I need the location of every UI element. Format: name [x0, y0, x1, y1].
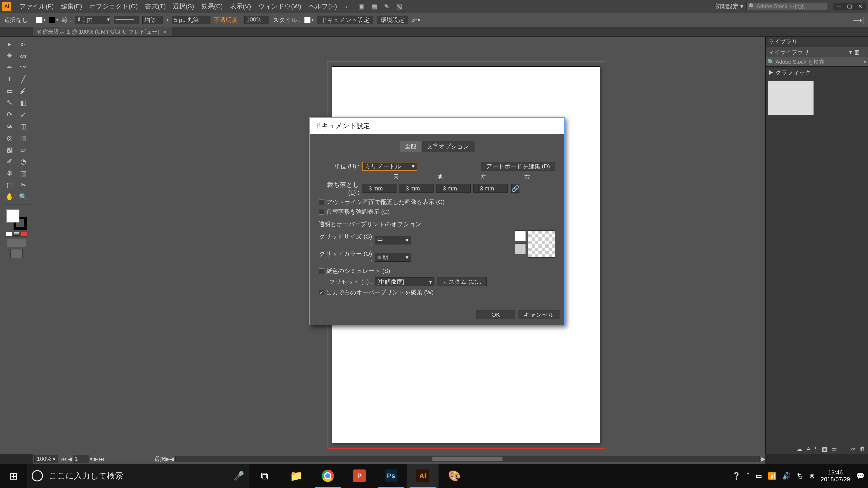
- lib-color-icon[interactable]: ▩: [822, 446, 827, 453]
- tray-volume-icon[interactable]: 🔊: [782, 472, 790, 480]
- panel-toggle-icon[interactable]: ⟶|: [852, 16, 864, 24]
- dialog-ok-button[interactable]: OK: [476, 310, 515, 319]
- close-tab-icon[interactable]: ×: [163, 29, 166, 35]
- screen-mode-button[interactable]: [10, 249, 23, 258]
- tray-notifications-icon[interactable]: 💬: [856, 472, 864, 480]
- rectangle-tool[interactable]: ▭: [3, 86, 16, 96]
- layout-icon[interactable]: ▤: [370, 3, 378, 10]
- menu-effect[interactable]: 効果(C): [198, 2, 226, 11]
- brush-select[interactable]: 5 pt. 丸筆: [172, 16, 211, 24]
- taskbar-powerpoint[interactable]: P: [344, 464, 375, 488]
- dialog-cancel-button[interactable]: キャンセル: [519, 310, 559, 319]
- eyedropper-tool[interactable]: ✐: [3, 156, 16, 167]
- preset-custom-button[interactable]: カスタム (C)...: [437, 277, 487, 286]
- dialog-tab-type[interactable]: 文字オプション: [422, 141, 474, 152]
- magic-wand-tool[interactable]: ✳: [3, 50, 16, 61]
- share-icon[interactable]: ▧: [396, 3, 403, 10]
- zoom-select[interactable]: 100%▾: [34, 455, 58, 463]
- type-tool[interactable]: T: [3, 74, 16, 85]
- lib-paragraph-icon[interactable]: ¶: [814, 446, 817, 453]
- hand-tool[interactable]: ✋: [3, 191, 16, 202]
- grid-color-2[interactable]: [515, 243, 526, 254]
- bleed-right-input[interactable]: [473, 184, 508, 193]
- taskbar-chrome[interactable]: [312, 464, 344, 488]
- start-button[interactable]: ⊞: [0, 464, 27, 488]
- graphic-style-swatch[interactable]: ▾: [304, 17, 313, 23]
- width-tool[interactable]: ≋: [3, 121, 16, 131]
- stroke-swatch[interactable]: ▾: [49, 17, 58, 23]
- pen-tool[interactable]: ✒: [3, 62, 16, 73]
- menu-type[interactable]: 書式(T): [142, 2, 169, 11]
- lib-grid-view-icon[interactable]: ▦: [854, 49, 860, 55]
- grid-color-select[interactable]: 明▾: [375, 253, 411, 262]
- lib-dropdown-icon[interactable]: ▾: [849, 49, 852, 55]
- lib-add-icon[interactable]: ▭: [831, 446, 837, 453]
- shaper-tool[interactable]: ✎: [3, 97, 16, 108]
- lib-cloud-icon[interactable]: ☁: [797, 446, 802, 453]
- h-scroll-right[interactable]: ▶: [761, 456, 765, 462]
- menu-help[interactable]: ヘルプ(H): [305, 2, 341, 11]
- curvature-tool[interactable]: 〰: [17, 62, 30, 73]
- artboard-pager[interactable]: ⏮◀ 1 ▾▶⏭: [61, 455, 104, 463]
- task-view-button[interactable]: ⧉: [249, 464, 280, 488]
- fill-swatch[interactable]: ▾: [36, 17, 45, 23]
- simulate-paper-checkbox[interactable]: [319, 268, 324, 274]
- draw-mode-buttons[interactable]: [7, 239, 26, 247]
- selection-tool[interactable]: ▸: [3, 38, 16, 49]
- dialog-tab-general[interactable]: 全般: [400, 141, 422, 152]
- menu-view[interactable]: 表示(V): [226, 2, 255, 11]
- tray-battery-icon[interactable]: ▭: [756, 472, 762, 480]
- eraser-tool[interactable]: ◧: [17, 97, 30, 108]
- tray-ime-icon[interactable]: ち: [796, 471, 803, 481]
- units-select[interactable]: ミリメートル▾: [362, 162, 417, 170]
- libraries-selector[interactable]: マイライブラリ ▾ ▦ ≡: [766, 47, 868, 57]
- grid-size-select[interactable]: 中▾: [375, 236, 411, 245]
- mic-icon[interactable]: 🎤: [234, 471, 244, 481]
- opacity-input[interactable]: 100%: [244, 16, 269, 24]
- lib-overflow-icon[interactable]: ⋯: [841, 446, 847, 453]
- tray-clock[interactable]: 19:46 2018/07/29: [821, 469, 850, 483]
- paintbrush-tool[interactable]: 🖌: [17, 86, 30, 96]
- tray-wifi-icon[interactable]: 📶: [768, 472, 776, 480]
- menu-file[interactable]: ファイル(F): [16, 2, 57, 11]
- tray-chevron-icon[interactable]: ˄: [746, 472, 750, 480]
- maximize-button[interactable]: ▢: [844, 3, 855, 10]
- taskbar-photoshop[interactable]: Ps: [375, 464, 407, 488]
- artboard-tool[interactable]: ▢: [3, 180, 16, 190]
- libraries-tab[interactable]: ライブラリ: [766, 37, 868, 47]
- align-icon[interactable]: ☍▾: [412, 17, 421, 24]
- document-tab[interactable]: 名称未設定-1 @ 100% (CMYK/GPU プレビュー) ×: [33, 27, 172, 36]
- workspace-switcher[interactable]: 初期設定 ▾: [715, 2, 743, 10]
- horizontal-scrollbar[interactable]: [176, 456, 760, 462]
- preferences-button[interactable]: 環境設定: [377, 15, 408, 24]
- close-button[interactable]: ✕: [855, 3, 866, 10]
- lasso-tool[interactable]: ᔕ: [17, 50, 30, 61]
- shape-builder-tool[interactable]: ◎: [3, 132, 16, 143]
- mesh-tool[interactable]: ▩: [3, 144, 16, 155]
- bleed-top-input[interactable]: [362, 184, 397, 193]
- annotation-icon[interactable]: ✎: [383, 3, 391, 10]
- outline-images-checkbox[interactable]: [319, 199, 324, 205]
- taskbar-paint[interactable]: 🎨: [438, 464, 470, 488]
- direct-selection-tool[interactable]: ▹: [17, 38, 30, 49]
- lib-list-view-icon[interactable]: ≡: [862, 49, 865, 55]
- tray-help-icon[interactable]: ❔: [732, 472, 741, 480]
- blend-tool[interactable]: ◔: [17, 156, 30, 167]
- library-asset-thumbnail[interactable]: [768, 81, 813, 115]
- stroke-weight-stepper[interactable]: ⇕ 1 pt ▾: [74, 16, 110, 24]
- grid-color-1[interactable]: [515, 230, 526, 241]
- adobe-stock-search[interactable]: 🔍 Adobe Stock を検索: [746, 2, 828, 10]
- menu-select[interactable]: 選択(S): [169, 2, 197, 11]
- document-setup-button[interactable]: ドキュメント設定: [317, 15, 373, 24]
- library-search[interactable]: 🔍 Adobe Stock を検索 ▾: [766, 57, 868, 67]
- perspective-grid-tool[interactable]: ▦: [17, 132, 30, 143]
- lib-delete-icon[interactable]: 🗑: [860, 446, 865, 453]
- menu-window[interactable]: ウィンドウ(W): [255, 2, 305, 11]
- preset-select[interactable]: [中解像度]▾: [375, 278, 434, 286]
- taskbar-explorer[interactable]: 📁: [280, 464, 312, 488]
- lib-infinity-icon[interactable]: ∞: [851, 446, 855, 453]
- fill-stroke-swatch[interactable]: [6, 209, 27, 230]
- library-section-graphics[interactable]: ▶ グラフィック: [766, 67, 868, 78]
- gpu-icon[interactable]: ▭: [345, 3, 352, 10]
- symbol-sprayer-tool[interactable]: ❋: [3, 168, 16, 178]
